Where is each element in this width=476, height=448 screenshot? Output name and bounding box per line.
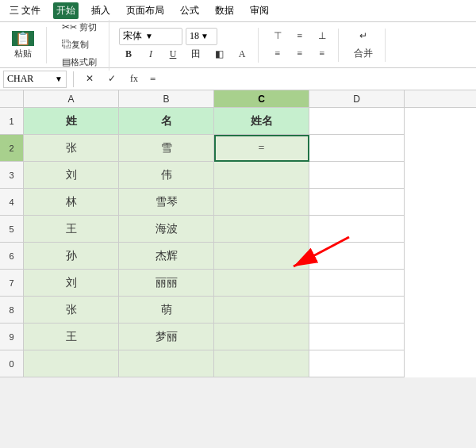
cell-b2[interactable]: 雪 — [119, 135, 214, 162]
font-size-selector[interactable]: 18 ▼ — [186, 28, 217, 45]
cell-a9[interactable]: 王 — [24, 324, 119, 350]
col-header-c[interactable]: C — [214, 90, 309, 107]
cell-b7[interactable]: 丽丽 — [119, 270, 214, 297]
border-button[interactable]: 田 — [186, 47, 206, 63]
cell-c2[interactable]: = — [214, 135, 309, 162]
formula-function-icon[interactable]: fx — [125, 71, 144, 87]
fill-color-button[interactable]: ◧ — [209, 47, 229, 63]
cell-b1[interactable]: 名 — [119, 108, 214, 135]
header-spacer — [0, 90, 24, 107]
formula-confirm-icon[interactable]: ✓ — [102, 71, 121, 87]
formula-cancel-icon[interactable]: ✕ — [80, 71, 99, 87]
format-brush-button[interactable]: ▤ 格式刷 — [56, 55, 102, 71]
cell-d6[interactable] — [309, 243, 405, 270]
row-header-8[interactable]: 8 — [0, 297, 23, 324]
copy-button[interactable]: ⿻ 复制 — [56, 37, 94, 53]
font-family-selector[interactable]: 宋体 ▼ — [119, 28, 182, 45]
align-middle-button[interactable]: ≡ — [290, 29, 309, 44]
underline-button[interactable]: U — [163, 47, 182, 63]
cell-c7[interactable] — [214, 270, 309, 297]
cell-a6[interactable]: 孙 — [24, 243, 119, 270]
col-header-b[interactable]: B — [119, 90, 214, 107]
italic-button[interactable]: I — [141, 47, 160, 63]
row-header-3[interactable]: 3 — [0, 162, 23, 189]
align-bottom-button[interactable]: ⊥ — [313, 29, 332, 44]
font-size-dropdown-icon[interactable]: ▼ — [201, 32, 209, 40]
cell-c10[interactable] — [214, 350, 309, 377]
cell-b5[interactable]: 海波 — [119, 216, 214, 243]
align-top-button[interactable]: ⊤ — [268, 29, 287, 44]
cell-b4[interactable]: 雪琴 — [119, 189, 214, 216]
cell-b10[interactable] — [119, 350, 214, 377]
cell-d3[interactable] — [309, 162, 405, 189]
cell-a10[interactable] — [24, 350, 119, 377]
formula-bar: CHAR ▼ ✕ ✓ fx = — [0, 68, 476, 90]
cell-c4[interactable] — [214, 189, 309, 216]
cell-a4[interactable]: 林 — [24, 189, 119, 216]
row-header-7[interactable]: 7 — [0, 270, 23, 297]
table-row: 姓 名 姓名 — [24, 108, 476, 135]
row-header-2[interactable]: 2 — [0, 135, 23, 162]
table-row: 王 海波 — [24, 216, 476, 243]
cell-a2[interactable]: 张 — [24, 135, 119, 162]
row-header-5[interactable]: 5 — [0, 216, 23, 243]
cell-c8[interactable] — [214, 297, 309, 324]
cell-b9[interactable]: 梦丽 — [119, 324, 214, 350]
row-header-6[interactable]: 6 — [0, 243, 23, 270]
cut-button[interactable]: ✂ ✂ 剪切 — [56, 20, 102, 36]
paste-button[interactable]: 📋 粘贴 — [6, 27, 40, 63]
spreadsheet-wrapper: A B C D 1 2 3 4 5 6 7 8 9 0 — [0, 90, 476, 377]
table-row — [24, 350, 476, 377]
cell-d8[interactable] — [309, 297, 405, 324]
row-header-4[interactable]: 4 — [0, 189, 23, 216]
row-header-9[interactable]: 9 — [0, 324, 23, 350]
cell-d10[interactable] — [309, 350, 405, 377]
align-center-button[interactable]: ≡ — [290, 46, 309, 62]
align-left-button[interactable]: ≡ — [268, 46, 287, 62]
align-right-button[interactable]: ≡ — [313, 46, 332, 62]
cell-d9[interactable] — [309, 324, 405, 350]
col-headers: A B C D — [0, 90, 476, 108]
cell-b6[interactable]: 杰辉 — [119, 243, 214, 270]
cell-b8[interactable]: 萌 — [119, 297, 214, 324]
col-header-a[interactable]: A — [24, 90, 119, 107]
menu-review[interactable]: 审阅 — [247, 2, 272, 19]
formula-input[interactable]: = — [147, 73, 473, 86]
menu-bar: 三 文件 开始 插入 页面布局 公式 数据 审阅 — [6, 2, 272, 19]
cell-d7[interactable] — [309, 270, 405, 297]
cell-d4[interactable] — [309, 189, 405, 216]
menu-insert[interactable]: 插入 — [88, 2, 113, 19]
bold-button[interactable]: B — [119, 47, 138, 63]
cell-c6[interactable] — [214, 243, 309, 270]
cell-b3[interactable]: 伟 — [119, 162, 214, 189]
menu-file[interactable]: 三 文件 — [6, 2, 44, 19]
font-format-row: B I U 田 ◧ A — [119, 47, 251, 63]
align-row2: ≡ ≡ ≡ — [268, 46, 332, 62]
row-header-1[interactable]: 1 — [0, 108, 23, 135]
cell-a1[interactable]: 姓 — [24, 108, 119, 135]
cell-a3[interactable]: 刘 — [24, 162, 119, 189]
name-box[interactable]: CHAR ▼ — [3, 71, 67, 88]
font-color-button[interactable]: A — [232, 47, 251, 63]
font-family-dropdown-icon[interactable]: ▼ — [145, 32, 153, 40]
cell-d1[interactable] — [309, 108, 405, 135]
cell-c3[interactable] — [214, 162, 309, 189]
cell-c9[interactable] — [214, 324, 309, 350]
cell-d2[interactable] — [309, 135, 405, 162]
cell-d5[interactable] — [309, 216, 405, 243]
wrap-text-button[interactable]: ↵ — [348, 29, 378, 44]
cell-c5[interactable] — [214, 216, 309, 243]
name-box-dropdown-icon[interactable]: ▼ — [55, 75, 63, 83]
cell-a5[interactable]: 王 — [24, 216, 119, 243]
col-header-d[interactable]: D — [309, 90, 405, 107]
menu-formula[interactable]: 公式 — [177, 2, 202, 19]
merge-center-button[interactable]: 合并 — [348, 46, 378, 62]
cell-c1[interactable]: 姓名 — [214, 108, 309, 135]
cell-a8[interactable]: 张 — [24, 297, 119, 324]
menu-home[interactable]: 开始 — [53, 2, 79, 19]
cell-a7[interactable]: 刘 — [24, 270, 119, 297]
copy-label: 复制 — [71, 39, 89, 51]
menu-data[interactable]: 数据 — [212, 2, 237, 19]
row-header-10[interactable]: 0 — [0, 350, 23, 377]
menu-page-layout[interactable]: 页面布局 — [123, 2, 167, 19]
